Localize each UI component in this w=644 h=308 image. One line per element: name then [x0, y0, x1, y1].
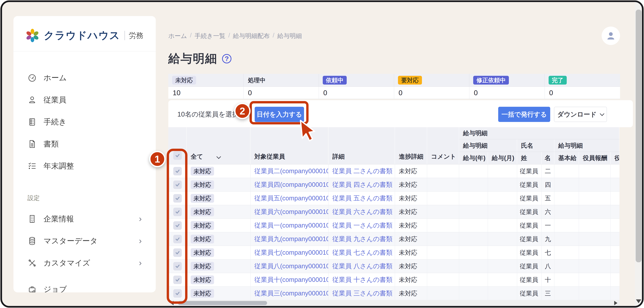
sidebar-settings-item-1[interactable]: 企業情報› [14, 212, 156, 226]
employee-link[interactable]: 従業員九(company00001019) [254, 235, 328, 243]
row-status-cell: 未対応 [187, 164, 250, 178]
table-row-3: 未対応従業員五(company00001018)従業員 五さんの書類未対応従業員… [168, 192, 620, 205]
help-icon[interactable]: ? [222, 54, 232, 64]
employee-link[interactable]: 従業員二(company00001018) [254, 167, 328, 176]
user-avatar[interactable] [602, 26, 620, 45]
row-first-name-cell: 九 [542, 232, 554, 246]
sidebar-section-settings-label: 設定 [28, 194, 40, 202]
row-status-badge: 未対応 [191, 180, 214, 189]
employee-link[interactable]: 従業員五(company00001018) [254, 194, 328, 202]
row-status-cell: 未対応 [187, 273, 250, 286]
employee-link[interactable]: 従業員六(company00001018) [254, 208, 328, 216]
document-link[interactable]: 従業員 十さんの書類 [332, 276, 392, 284]
row-last-name-cell: 従業員 [517, 178, 542, 191]
row-first-name-cell: 六 [542, 205, 554, 218]
row-last-name-cell: 従業員 [517, 273, 542, 286]
vertical-scrollbar[interactable] [635, 2, 642, 306]
scroll-down-arrow-icon[interactable] [636, 300, 641, 303]
row-detail-cell: 従業員 二さんの書類 [328, 164, 395, 178]
employee-link[interactable]: 従業員一(company00001018) [254, 221, 328, 230]
sidebar-settings-item-3[interactable]: カスタマイズ› [14, 256, 156, 270]
row-status-cell: 未対応 [187, 260, 250, 273]
sidebar-item-5[interactable]: 年末調整 [14, 159, 156, 173]
status-tab-1[interactable]: 未対応 [168, 74, 244, 86]
document-link[interactable]: 従業員 五さんの書類 [332, 194, 392, 202]
sidebar-settings-item-2[interactable]: マスターデータ› [14, 234, 156, 248]
document-link[interactable]: 従業員 二さんの書類 [332, 167, 392, 176]
row-status-badge: 未対応 [191, 235, 214, 244]
row-salary-month-cell [488, 192, 517, 205]
status-tab-6[interactable]: 完了 [545, 74, 620, 86]
document-icon [28, 139, 37, 149]
download-button[interactable]: ダウンロード [554, 107, 607, 122]
vertical-scrollbar-thumb[interactable] [636, 10, 642, 262]
breadcrumb-item: 給与明細 [277, 32, 302, 40]
sidebar-item-4[interactable]: 書類 [14, 137, 156, 151]
table-row-2: 未対応従業員四(company00001001)従業員 四さんの書類未対応従業員… [168, 178, 620, 192]
document-link[interactable]: 従業員 九さんの書類 [332, 235, 392, 243]
employee-link[interactable]: 従業員十(company00001019) [254, 276, 328, 284]
status-tab-label: 完了 [548, 76, 567, 84]
status-tab-5[interactable]: 修正依頼中 [470, 74, 545, 86]
row-base-salary-cell [554, 232, 579, 246]
row-officer-comp-cell [579, 232, 611, 246]
brand-logo-icon [25, 28, 40, 43]
column-header-status-filter[interactable]: 全て [187, 127, 250, 164]
row-first-name-cell: 十 [542, 273, 554, 286]
status-count-3: 0 [319, 86, 394, 99]
status-tab-2[interactable]: 処理中 [244, 74, 319, 86]
sidebar-item-label: カスタマイズ [44, 258, 90, 268]
breadcrumb-item[interactable]: 給与明細配布 [233, 32, 270, 40]
row-progress-cell: 未対応 [395, 205, 427, 218]
row-first-name-cell: 四 [542, 178, 554, 191]
document-link[interactable]: 従業員 六さんの書類 [332, 208, 392, 216]
sidebar-settings-item-4[interactable]: ジョブ [14, 282, 156, 292]
brand-name: クラウドハウス [44, 28, 120, 42]
document-link[interactable]: 従業員 一さんの書類 [332, 221, 392, 230]
table-row-7: 未対応従業員七(company00001019)従業員 七さんの書類未対応従業員… [168, 246, 620, 260]
row-officer-comp-cell [579, 219, 611, 232]
row-salary-year-cell [459, 178, 488, 191]
row-extra-cell [611, 192, 620, 205]
row-status-badge: 未対応 [191, 194, 214, 203]
brand[interactable]: クラウドハウス 労務 [25, 24, 143, 46]
row-salary-month-cell [488, 260, 517, 273]
employee-link[interactable]: 従業員三(company00001018) [254, 289, 328, 298]
scroll-right-arrow-icon[interactable] [614, 301, 618, 305]
document-link[interactable]: 従業員 三さんの書類 [332, 289, 392, 298]
row-salary-month-cell [488, 205, 517, 218]
document-link[interactable]: 従業員 四さんの書類 [332, 180, 392, 189]
document-link[interactable]: 従業員 八さんの書類 [332, 262, 392, 270]
chevron-right-icon: › [139, 214, 142, 224]
employee-link[interactable]: 従業員七(company00001019) [254, 248, 328, 257]
breadcrumb-item[interactable]: 手続き一覧 [194, 32, 226, 40]
status-tab-3[interactable]: 依頼中 [319, 74, 394, 86]
sidebar-item-1[interactable]: ホーム [14, 70, 156, 85]
table-row-5: 未対応従業員一(company00001018)従業員 一さんの書類未対応従業員… [168, 219, 620, 232]
status-filter-label: 全て [191, 152, 203, 161]
column-header-名: 名 [542, 152, 554, 164]
row-employee-cell: 従業員四(company00001001) [250, 178, 328, 191]
sidebar-item-label: 手続き [44, 117, 66, 127]
checklist-icon [28, 162, 37, 171]
document-link[interactable]: 従業員 七さんの書類 [332, 248, 392, 257]
row-comment-cell [427, 232, 459, 246]
employee-link[interactable]: 従業員四(company00001001) [254, 180, 328, 189]
row-last-name-cell: 従業員 [517, 164, 542, 178]
row-extra-cell [611, 219, 620, 232]
row-employee-cell: 従業員六(company00001018) [250, 205, 328, 218]
sidebar-item-3[interactable]: 手続き [14, 115, 156, 129]
row-employee-cell: 従業員二(company00001018) [250, 164, 328, 178]
breadcrumb-item[interactable]: ホーム [168, 32, 187, 40]
sidebar-item-2[interactable]: 従業員 [14, 92, 156, 107]
status-tab-4[interactable]: 要対応 [394, 74, 470, 86]
row-status-badge: 未対応 [191, 248, 214, 257]
horizontal-scrollbar-thumb[interactable] [178, 301, 267, 305]
bulk-issue-button[interactable]: 一括で発行する [498, 107, 550, 122]
employee-link[interactable]: 従業員八(company00001018) [254, 262, 328, 270]
row-salary-year-cell [459, 246, 488, 259]
row-progress-cell: 未対応 [395, 232, 427, 246]
briefcase-icon [28, 285, 37, 292]
horizontal-scrollbar[interactable] [168, 300, 620, 306]
row-comment-cell [427, 178, 459, 191]
